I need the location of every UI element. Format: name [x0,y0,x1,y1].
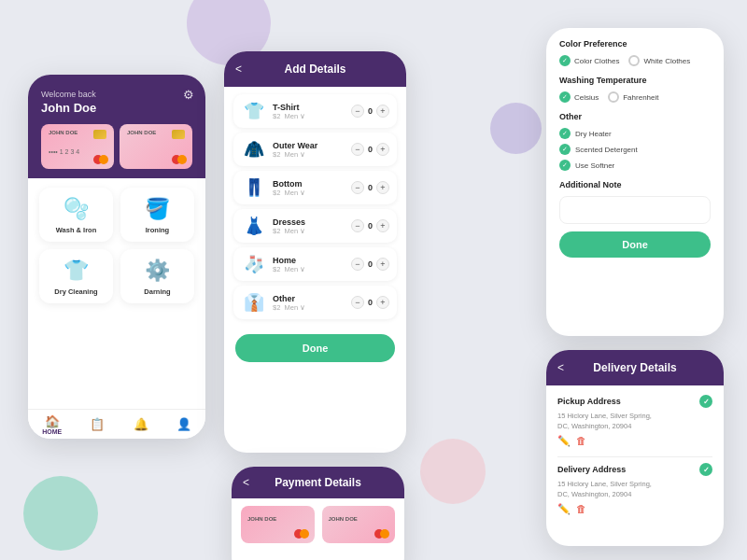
use-softner-item[interactable]: Use Softner [559,160,711,171]
list-item: 👖 Bottom $2 Men ∨ − 0 + [233,171,397,204]
other-sub: $2 Men ∨ [273,303,345,312]
services-grid: 🫧 Wash & Iron 🪣 Ironing 👕 Dry Cleaning ⚙… [28,178,205,313]
payment-card-1[interactable]: JOHN DOE [241,506,315,543]
other-counter: − 0 + [351,296,389,309]
tshirt-name: T-Shirt [273,103,345,112]
color-clothes-option[interactable]: Color Clothes [559,55,619,66]
fahrenheit-radio [608,91,619,103]
other-plus[interactable]: + [376,296,389,309]
profile-icon[interactable]: 👤 [176,417,191,431]
add-details-header: < Add Details [224,51,406,87]
pickup-address: 15 Hiclory Lane, Silver Spring,DC, Washi… [557,412,712,431]
nav-home[interactable]: 🏠 HOME [42,414,62,435]
card-number: •••• 1 2 3 4 [49,148,106,155]
card-chip-icon [93,130,106,139]
outerwear-sub: $2 Men ∨ [273,150,345,159]
phone-delivery: < Delivery Details Pickup Address 15 Hic… [546,350,724,546]
phone-dashboard: Welcome back John Doe ⚙ JOHN DOE •••• 1 … [28,75,205,439]
service-wash-iron[interactable]: 🫧 Wash & Iron [39,188,113,242]
pickup-edit-icon[interactable]: ✏️ [557,435,571,447]
pickup-title-row: Pickup Address [557,395,712,408]
additional-note-input[interactable] [559,196,711,224]
list-item: 👗 Dresses $2 Men ∨ − 0 + [233,209,397,243]
payment-card-2[interactable]: JOHN DOE [322,506,396,543]
preferences-done-button[interactable]: Done [559,231,711,258]
washing-temp-title: Washing Temperature [559,76,711,85]
other-section-title: Other [559,112,711,121]
service-dry-cleaning[interactable]: 👕 Dry Cleaning [39,249,113,303]
card-primary[interactable]: JOHN DOE •••• 1 2 3 4 [41,124,114,169]
delivery-back-button[interactable]: < [557,361,564,374]
notifications-icon[interactable]: 🔔 [134,417,148,431]
outerwear-counter: − 0 + [351,143,389,156]
fahrenheit-option[interactable]: Fahrenheit [608,91,658,103]
other-info: Other $2 Men ∨ [273,294,345,312]
color-preference-title: Color Preference [559,39,711,49]
bottom-name: Bottom [273,179,345,189]
payment-back-button[interactable]: < [243,476,249,489]
pay2-mc-orange [380,529,389,539]
other-minus[interactable]: − [351,296,364,309]
add-details-done-button[interactable]: Done [235,334,395,362]
color-clothes-label: Color Clothes [574,57,619,65]
card2-mc-orange [177,155,187,164]
home-minus[interactable]: − [351,258,364,271]
scented-detergent-item[interactable]: Scented Detergent [559,144,711,155]
bottom-counter: − 0 + [351,181,389,194]
outerwear-minus[interactable]: − [351,143,364,156]
ironing-label: Ironing [146,226,169,234]
service-darning[interactable]: ⚙️ Darning [120,249,194,303]
dry-cleaning-icon: 👕 [63,259,89,283]
service-ironing[interactable]: 🪣 Ironing [120,188,194,242]
pickup-delete-icon[interactable]: 🗑 [576,435,586,447]
back-button[interactable]: < [235,63,242,76]
payment-cards: JOHN DOE JOHN DOE [232,498,404,551]
washing-temp-group: Celsius Fahrenheit [559,91,711,103]
pickup-title: Pickup Address [557,397,621,406]
celsius-option[interactable]: Celsius [559,91,599,103]
payment-mc-logo [294,529,309,539]
home-item-counter: − 0 + [351,258,389,271]
payment-card1-name: JOHN DOE [247,516,308,522]
bottom-minus[interactable]: − [351,181,364,194]
outerwear-qty: 0 [368,145,373,154]
list-item: 👔 Other $2 Men ∨ − 0 + [233,286,397,319]
tshirt-plus[interactable]: + [376,105,389,118]
pickup-actions: ✏️ 🗑 [557,435,712,447]
dresses-minus[interactable]: − [351,219,364,232]
outerwear-name: Outer Wear [273,141,345,150]
other-icon: 👔 [241,292,267,313]
use-softner-checkbox [559,160,571,171]
dry-heater-item[interactable]: Dry Heater [559,128,711,139]
delivery-divider [557,456,712,457]
preferences-content: Color Preference Color Clothes White Clo… [546,28,724,269]
outerwear-icon: 🧥 [241,139,267,160]
home-item-icon: 🧦 [241,254,267,274]
payment-mc2-logo [374,529,389,539]
tshirt-sub: $2 Men ∨ [273,112,345,120]
delivery-delete-icon[interactable]: 🗑 [576,503,586,515]
white-clothes-option[interactable]: White Clothes [628,55,690,66]
dresses-plus[interactable]: + [376,219,389,232]
card-secondary[interactable]: JOHN DOE [120,124,192,169]
list-item: 🧦 Home $2 Men ∨ − 0 + [233,247,397,281]
bottom-plus[interactable]: + [376,181,389,194]
dresses-name: Dresses [273,217,345,227]
outerwear-plus[interactable]: + [376,143,389,156]
color-clothes-radio [559,55,571,66]
gear-icon[interactable]: ⚙ [183,88,194,102]
wash-iron-label: Wash & Iron [56,226,96,234]
orders-icon[interactable]: 📋 [90,417,105,431]
pay-mc-orange [300,529,309,539]
delivery-edit-icon[interactable]: ✏️ [557,503,571,515]
tshirt-minus[interactable]: − [351,105,364,118]
tshirt-info: T-Shirt $2 Men ∨ [273,103,345,120]
scented-detergent-checkbox [559,144,571,155]
darning-icon: ⚙️ [145,259,170,283]
delivery-addr-title: Delivery Address [557,465,626,474]
phone-preferences: Color Preference Color Clothes White Clo… [546,28,724,336]
dresses-icon: 👗 [241,216,267,236]
home-plus[interactable]: + [376,258,389,271]
delivery-content: Pickup Address 15 Hiclory Lane, Silver S… [546,385,724,534]
home-item-sub: $2 Men ∨ [273,265,345,273]
